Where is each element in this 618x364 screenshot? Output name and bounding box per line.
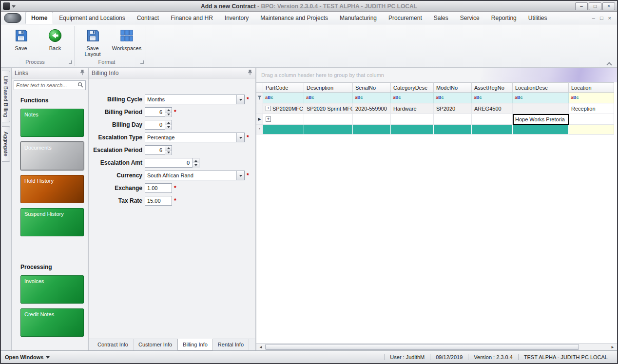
- spin-down-icon[interactable]: [193, 163, 199, 168]
- filter-cell-locationdesc[interactable]: aBc: [513, 93, 569, 103]
- column-header-serialno[interactable]: SerialNo: [353, 82, 391, 93]
- spin-down-icon[interactable]: [165, 125, 172, 130]
- mdi-minimize-button[interactable]: –: [592, 15, 595, 21]
- group-dialog-launcher-icon[interactable]: [69, 60, 72, 64]
- invoices-button[interactable]: Invoices: [20, 275, 84, 304]
- column-header-location[interactable]: Location: [569, 82, 614, 93]
- cell-locationdesc[interactable]: [513, 103, 569, 114]
- cell-locationdesc-editing[interactable]: Hope Works Pretoria: [513, 114, 569, 125]
- mdi-restore-button[interactable]: □: [600, 15, 603, 21]
- spin-up-icon[interactable]: [165, 146, 172, 151]
- cell-description[interactable]: [304, 114, 353, 125]
- column-header-modelno[interactable]: ModelNo: [434, 82, 472, 93]
- tab-procurement[interactable]: Procurement: [383, 12, 428, 24]
- suspend-history-button[interactable]: Suspend History: [20, 208, 84, 236]
- quick-access-caret-icon[interactable]: [12, 5, 16, 10]
- pin-icon[interactable]: [248, 69, 252, 77]
- maximize-button[interactable]: □: [589, 2, 601, 10]
- filter-cell-description[interactable]: aBc: [304, 93, 353, 103]
- billing-cycle-dropdown[interactable]: Months: [145, 95, 245, 104]
- chevron-down-icon[interactable]: [236, 95, 244, 104]
- minimize-button[interactable]: –: [575, 2, 588, 10]
- group-dialog-launcher-icon[interactable]: [140, 60, 144, 64]
- tab-maintenance-and-projects[interactable]: Maintenance and Projects: [254, 12, 334, 24]
- cell-serialno[interactable]: [353, 114, 391, 125]
- search-icon[interactable]: [77, 81, 83, 90]
- horizontal-scrollbar[interactable]: ◄ ►: [256, 343, 617, 350]
- billing-period-stepper[interactable]: 6: [145, 107, 172, 117]
- save-layout-button[interactable]: Save Layout: [78, 27, 107, 58]
- close-button[interactable]: ×: [602, 2, 615, 10]
- group-by-bar[interactable]: Drag a column header here to group by th…: [256, 68, 617, 82]
- escalation-amt-stepper[interactable]: 0: [145, 158, 199, 168]
- cell-categorydesc[interactable]: [391, 114, 434, 125]
- chevron-down-icon[interactable]: [236, 133, 244, 142]
- mdi-close-button[interactable]: ×: [608, 15, 611, 21]
- escalation-period-stepper[interactable]: 6: [145, 145, 172, 155]
- filter-cell-serialno[interactable]: aBc: [353, 93, 391, 103]
- tab-utilities[interactable]: Utilities: [522, 12, 553, 24]
- documents-button[interactable]: Documents: [20, 142, 84, 170]
- filter-cell-modelno[interactable]: aBc: [434, 93, 472, 103]
- new-cell-partcode[interactable]: [263, 125, 304, 134]
- scrollbar-track[interactable]: [264, 344, 609, 350]
- application-button[interactable]: [4, 13, 21, 23]
- spin-up-icon[interactable]: [165, 108, 172, 113]
- scroll-left-icon[interactable]: ◄: [257, 345, 264, 349]
- open-windows-button[interactable]: Open Windows: [5, 354, 50, 361]
- cell-location[interactable]: Reception: [569, 103, 614, 114]
- new-cell-modelno[interactable]: [434, 125, 472, 134]
- tab-inventory[interactable]: Inventory: [219, 12, 254, 24]
- side-tab-aggregate[interactable]: Aggregate: [2, 126, 10, 162]
- tab-reporting[interactable]: Reporting: [485, 12, 522, 24]
- expand-icon[interactable]: +: [266, 116, 271, 122]
- side-tab-life-based-billing[interactable]: Life Based Billing: [2, 71, 10, 122]
- cell-location[interactable]: [569, 114, 614, 125]
- tab-service[interactable]: Service: [454, 12, 485, 24]
- tab-sales[interactable]: Sales: [428, 12, 454, 24]
- hold-history-button[interactable]: Hold History: [20, 175, 84, 203]
- credit-notes-button[interactable]: Credit Notes: [20, 308, 84, 337]
- filter-cell-assetregno[interactable]: aBc: [472, 93, 513, 103]
- tab-customer-info[interactable]: Customer Info: [134, 339, 177, 350]
- pin-icon[interactable]: [80, 69, 85, 77]
- tab-manufacturing[interactable]: Manufacturing: [334, 12, 383, 24]
- filter-cell-partcode[interactable]: aBc: [263, 93, 304, 103]
- workspaces-button[interactable]: Workspaces: [113, 27, 141, 58]
- new-cell-serialno[interactable]: [353, 125, 391, 134]
- tab-contract[interactable]: Contract: [131, 12, 165, 24]
- search-input[interactable]: [14, 82, 77, 88]
- notes-button[interactable]: Notes: [20, 109, 84, 137]
- tax-rate-field[interactable]: 15.00: [145, 196, 172, 206]
- exchange-field[interactable]: 1.00: [145, 183, 172, 193]
- filter-cell-location[interactable]: aBc: [569, 93, 614, 103]
- cell-description[interactable]: SP2020 Sprint MFC: [304, 103, 353, 114]
- currency-dropdown[interactable]: South African Rand: [145, 171, 245, 180]
- tab-contract-info[interactable]: Contract Info: [93, 339, 134, 350]
- spin-down-icon[interactable]: [165, 151, 172, 155]
- new-cell-description[interactable]: [304, 125, 353, 134]
- tab-home[interactable]: Home: [25, 12, 53, 24]
- save-button[interactable]: Save: [7, 27, 35, 58]
- tab-billing-info[interactable]: Billing Info: [177, 339, 213, 350]
- ribbon-collapse-chevron-icon[interactable]: [607, 61, 612, 64]
- cell-modelno[interactable]: [434, 114, 472, 125]
- billing-day-stepper[interactable]: 0: [145, 120, 172, 130]
- back-button[interactable]: Back: [41, 27, 69, 58]
- cell-partcode[interactable]: +SP2020MFC: [263, 103, 304, 114]
- tab-finance-and-hr[interactable]: Finance and HR: [165, 12, 219, 24]
- cell-partcode[interactable]: +: [263, 114, 304, 125]
- column-header-description[interactable]: Description: [304, 82, 353, 93]
- new-cell-categorydesc[interactable]: [391, 125, 434, 134]
- expand-icon[interactable]: +: [266, 106, 271, 111]
- cell-serialno[interactable]: 2020-559900: [353, 103, 391, 114]
- column-header-assetregno[interactable]: AssetRegNo: [472, 82, 513, 93]
- column-header-locationdesc[interactable]: LocationDesc: [513, 82, 569, 93]
- spin-down-icon[interactable]: [165, 113, 172, 117]
- cell-assetregno[interactable]: AREG4500: [472, 103, 513, 114]
- spin-up-icon[interactable]: [193, 158, 199, 163]
- column-header-categorydesc[interactable]: CategoryDesc: [391, 82, 434, 93]
- scrollbar-thumb[interactable]: [265, 344, 579, 350]
- cell-categorydesc[interactable]: Hardware: [391, 103, 434, 114]
- spin-up-icon[interactable]: [165, 120, 172, 125]
